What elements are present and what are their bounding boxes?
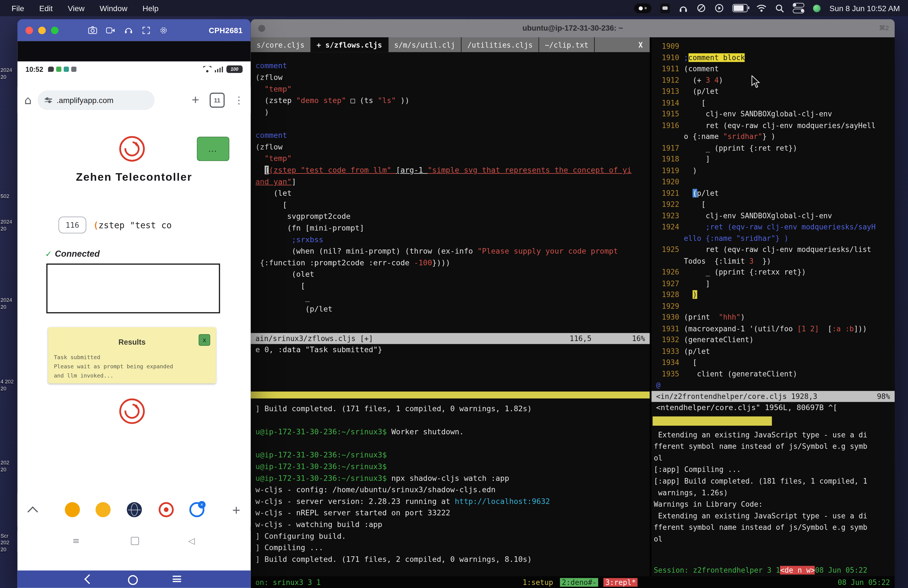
play-icon[interactable] [715, 3, 724, 13]
gear-icon[interactable] [159, 26, 167, 34]
tmux-window[interactable]: 2:deno#- [560, 578, 599, 586]
menu-file[interactable]: File [12, 4, 24, 13]
desktop-file-label[interactable]: Scr [0, 533, 8, 539]
code-line: 1913 (p/let [655, 86, 894, 97]
vim-tab[interactable]: s/core.cljs [251, 37, 311, 52]
do-not-disturb-icon[interactable] [697, 3, 706, 13]
results-close-button[interactable]: x [199, 334, 211, 346]
camera-icon[interactable] [88, 26, 97, 34]
screen-recording-indicator-icon[interactable] [634, 3, 652, 13]
statusline-percent: 98% [877, 392, 890, 400]
vim-message-line: e 0, :data "Task submitted"} [251, 344, 650, 356]
battery-icon[interactable] [733, 4, 748, 12]
vim-left-buffer[interactable]: comment(zflow "temp" (zstep "demo step" … [251, 52, 650, 333]
spotlight-search-icon[interactable] [776, 3, 784, 13]
desktop-file-label[interactable]: 20 [0, 74, 6, 80]
text-line: warnings, 1.26s) [654, 487, 895, 498]
text-segment: comment [255, 61, 287, 70]
back-triangle-icon[interactable]: ◁ [188, 536, 195, 546]
desktop-file-label[interactable]: 2024 [0, 297, 12, 303]
minimize-window-button[interactable] [38, 26, 46, 34]
code-line: 1916 ret (eqv-raw clj-env modqueries/say… [655, 120, 894, 131]
menu-view[interactable]: View [68, 4, 84, 13]
wifi-icon[interactable] [757, 3, 767, 13]
desktop-file-label[interactable]: 202 [0, 460, 9, 466]
desktop-file-label[interactable]: 20 [0, 226, 6, 232]
url-bar[interactable]: .amplifyapp.com [37, 90, 155, 110]
recents-icon[interactable]: ≡ [72, 536, 80, 546]
browser-menu-button[interactable]: ⋮ [234, 94, 243, 106]
tab-count-button[interactable]: 11 [209, 93, 225, 108]
desktop-file-label[interactable]: 20 [0, 304, 6, 310]
headphones-icon[interactable] [679, 3, 688, 13]
vim-tab[interactable]: s/m/s/util.clj [388, 37, 462, 52]
window-control-dot[interactable] [258, 24, 265, 31]
video-icon[interactable] [106, 26, 115, 34]
desktop-file-label[interactable]: 4 202 [0, 379, 14, 385]
tab-circle-target[interactable] [159, 502, 174, 517]
close-tab-badge[interactable]: × [198, 501, 205, 508]
text-segment: _ (pprint {:retxx ret}) [684, 267, 806, 276]
desktop-file-label[interactable]: 202 [0, 540, 9, 546]
home-icon[interactable]: ⌂ [24, 93, 31, 107]
nav-home-icon[interactable] [128, 575, 138, 585]
control-center-icon[interactable] [793, 3, 805, 13]
phone-screen: 10:52 100 ⌂ .amplifyapp.com [17, 41, 251, 588]
app-menulet-icon[interactable] [813, 5, 821, 12]
text-segment: _ [255, 293, 309, 302]
code-line: 1920 [655, 176, 894, 187]
text-line: [:app] Build completed. (181 files, 1 co… [654, 475, 895, 487]
nav-menu-icon[interactable] [172, 576, 181, 582]
line-number: 1911 [655, 63, 684, 75]
phone-mirror-window: CPH2681 10:52 100 ⌂ [17, 19, 251, 588]
text-segment: ol [654, 453, 662, 462]
fullscreen-icon[interactable] [142, 26, 150, 34]
desktop-file-label[interactable]: 20 [0, 547, 6, 553]
text-line: w-cljs - server version: 2.28.23 running… [255, 496, 645, 507]
step-code-text[interactable]: (zstep "test co [93, 220, 172, 230]
phone-window-titlebar[interactable]: CPH2681 [17, 19, 251, 41]
vim-tabs: s/core.cljs+ s/zflows.cljss/m/s/util.clj… [251, 37, 595, 52]
desktop-file-label[interactable]: 2024 [0, 219, 12, 225]
zoom-window-button[interactable] [51, 26, 58, 34]
keystroke-overlay-icon[interactable] [660, 3, 670, 13]
desktop-file-label[interactable]: 20 [0, 386, 6, 391]
new-tab-button[interactable]: + [192, 93, 199, 108]
tab-circle-yellow-2[interactable] [95, 502, 111, 517]
chevron-up-icon[interactable] [27, 506, 38, 517]
menubar-clock[interactable]: Sun 8 Jun 10:52 AM [829, 4, 900, 13]
text-segment: ret (eqv-raw clj-env modqueriesks/list [684, 245, 871, 254]
compiler-output[interactable]: Extending an existing JavaScript type - … [651, 427, 895, 545]
connected-label: Connected [55, 248, 100, 258]
close-window-button[interactable] [26, 26, 33, 34]
output-box[interactable] [46, 264, 220, 314]
tmux-window[interactable]: 3:repl* [604, 578, 638, 586]
nav-back-icon[interactable] [84, 574, 94, 584]
menu-help[interactable]: Help [143, 4, 159, 13]
tab-circle-active[interactable]: × [189, 502, 204, 517]
vim-tab[interactable]: + s/zflows.cljs [311, 37, 389, 52]
desktop-file-label[interactable]: 502 [0, 193, 9, 199]
desktop-file-label[interactable]: 20 [0, 467, 6, 473]
vim-tab[interactable]: /utilities.cljs [462, 37, 539, 52]
text-segment: http://localhost:9632 [455, 497, 550, 506]
menu-edit[interactable]: Edit [39, 4, 53, 13]
tmux-window[interactable]: 1:setup [521, 578, 555, 586]
desktop-file-label[interactable]: 2024 [0, 67, 12, 73]
tab-circle-yellow-1[interactable] [65, 502, 80, 517]
tab-close-button[interactable]: X [631, 37, 650, 52]
vim-tab[interactable]: ~/clip.txt [539, 37, 595, 52]
tab-circle-globe[interactable] [127, 502, 142, 517]
new-tab-plus-button[interactable]: + [232, 502, 240, 519]
text-segment: ;ret (eqv-raw clj-env modqueriesks/sayH [684, 222, 876, 231]
window-icon[interactable] [131, 537, 139, 545]
headset-icon[interactable] [124, 26, 133, 34]
menu-window[interactable]: Window [100, 4, 127, 13]
shell-pane[interactable]: ] Build completed. (171 files, 1 compile… [251, 398, 650, 576]
step-number-badge[interactable]: 116 [58, 217, 86, 233]
terminal-titlebar[interactable]: ubuntu@ip-172-31-30-236: ~ ⌘2 [251, 19, 895, 37]
green-widget-button[interactable]: … [197, 137, 229, 161]
vim-right-buffer[interactable]: 1909 1910;comment block1911(comment1912 … [651, 37, 895, 391]
text-segment: )) [396, 96, 409, 105]
mouse-cursor [750, 75, 761, 88]
